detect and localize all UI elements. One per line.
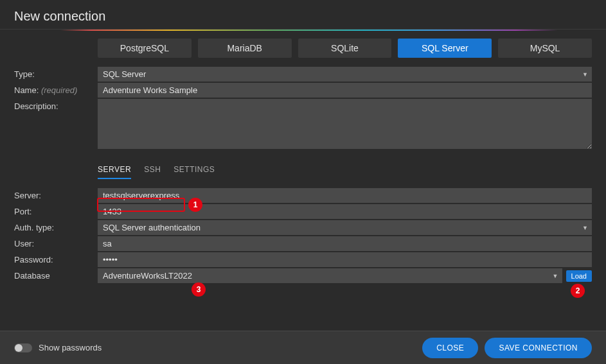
show-passwords-toggle[interactable]	[14, 343, 32, 352]
database-select[interactable]: AdventureWorksLT2022	[98, 268, 562, 283]
dbtype-picker: PostgreSQL MariaDB SQLite SQL Server MyS…	[98, 39, 592, 58]
server-input[interactable]	[98, 188, 592, 203]
dbtype-mysql[interactable]: MySQL	[498, 39, 592, 58]
tab-settings[interactable]: SETTINGS	[174, 165, 215, 179]
save-connection-button[interactable]: SAVE CONNECTION	[485, 338, 592, 358]
dbtype-mariadb[interactable]: MariaDB	[198, 39, 292, 58]
port-label: Port:	[14, 204, 98, 216]
auth-type-select[interactable]: SQL Server authentication	[98, 220, 592, 235]
rainbow-divider	[0, 30, 606, 31]
name-input[interactable]	[98, 83, 592, 98]
annotation-3: 3	[192, 282, 206, 297]
type-select[interactable]: SQL Server	[98, 67, 592, 82]
server-label: Server:	[14, 188, 98, 200]
annotation-2: 2	[571, 284, 585, 298]
dbtype-sqlserver[interactable]: SQL Server	[398, 39, 492, 58]
password-label: Password:	[14, 252, 98, 264]
description-input[interactable]	[98, 99, 592, 149]
port-input[interactable]	[98, 204, 592, 219]
user-input[interactable]	[98, 236, 592, 251]
password-input[interactable]	[98, 252, 592, 267]
auth-type-label: Auth. type:	[14, 220, 98, 232]
dbtype-postgresql[interactable]: PostgreSQL	[98, 39, 192, 58]
tab-bar: SERVER SSH SETTINGS	[98, 165, 592, 179]
dbtype-sqlite[interactable]: SQLite	[298, 39, 392, 58]
tab-server[interactable]: SERVER	[98, 165, 131, 179]
dialog-header: New connection	[0, 0, 606, 30]
name-label: Name: (required)	[14, 83, 98, 95]
dialog-content: PostgreSQL MariaDB SQLite SQL Server MyS…	[0, 39, 606, 283]
user-label: User:	[14, 236, 98, 248]
description-label: Description:	[14, 99, 98, 111]
dialog-title: New connection	[14, 9, 592, 24]
dialog-footer: Show passwords CLOSE SAVE CONNECTION	[0, 331, 606, 364]
load-button[interactable]: Load	[566, 270, 592, 282]
close-button[interactable]: CLOSE	[422, 338, 478, 358]
tab-ssh[interactable]: SSH	[144, 165, 161, 179]
type-label: Type:	[14, 67, 98, 79]
database-label: Database	[14, 268, 98, 281]
show-passwords-label: Show passwords	[39, 343, 102, 352]
